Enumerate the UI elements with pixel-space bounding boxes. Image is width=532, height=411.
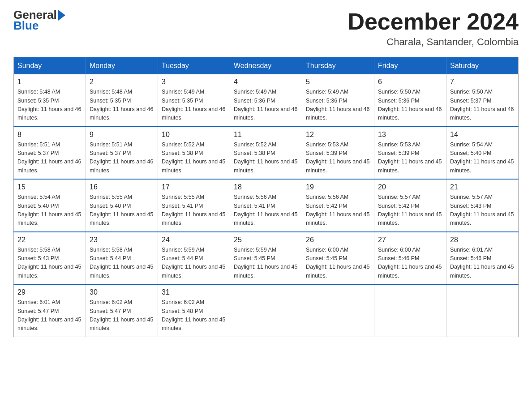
calendar-cell: 6 Sunrise: 5:50 AM Sunset: 5:36 PM Dayli…	[374, 74, 446, 127]
day-info: Sunrise: 5:48 AM Sunset: 5:35 PM Dayligh…	[17, 88, 82, 123]
col-header-thursday: Thursday	[302, 57, 374, 75]
day-number: 23	[90, 236, 154, 244]
day-number: 8	[17, 131, 82, 139]
sunrise-label: Sunrise: 5:54 AM	[450, 141, 493, 148]
day-info: Sunrise: 5:56 AM Sunset: 5:42 PM Dayligh…	[306, 193, 370, 228]
sunset-label: Sunset: 5:36 PM	[234, 98, 275, 104]
day-info: Sunrise: 5:49 AM Sunset: 5:36 PM Dayligh…	[234, 88, 298, 123]
day-info: Sunrise: 5:59 AM Sunset: 5:45 PM Dayligh…	[234, 246, 298, 281]
day-info: Sunrise: 6:01 AM Sunset: 5:47 PM Dayligh…	[17, 298, 82, 333]
day-info: Sunrise: 5:50 AM Sunset: 5:37 PM Dayligh…	[450, 88, 515, 123]
day-number: 20	[378, 183, 442, 191]
sunrise-label: Sunrise: 5:52 AM	[234, 141, 276, 148]
daylight-label: Daylight: 11 hours and 45 minutes.	[306, 211, 369, 226]
day-number: 1	[17, 78, 82, 86]
sunset-label: Sunset: 5:37 PM	[450, 98, 491, 104]
page-header: General Blue December 2024 Charala, Sant…	[13, 9, 519, 48]
logo: General Blue	[13, 9, 65, 31]
calendar-cell: 26 Sunrise: 6:00 AM Sunset: 5:45 PM Dayl…	[302, 232, 374, 285]
sunset-label: Sunset: 5:41 PM	[162, 203, 203, 209]
sunrise-label: Sunrise: 6:00 AM	[378, 247, 420, 253]
calendar-cell: 23 Sunrise: 5:58 AM Sunset: 5:44 PM Dayl…	[86, 232, 158, 285]
daylight-label: Daylight: 11 hours and 45 minutes.	[450, 158, 514, 173]
day-info: Sunrise: 5:51 AM Sunset: 5:37 PM Dayligh…	[17, 141, 82, 176]
calendar-week-row: 8 Sunrise: 5:51 AM Sunset: 5:37 PM Dayli…	[14, 127, 519, 180]
day-info: Sunrise: 5:49 AM Sunset: 5:36 PM Dayligh…	[306, 88, 370, 123]
sunrise-label: Sunrise: 5:49 AM	[234, 89, 276, 95]
day-number: 4	[234, 78, 298, 86]
sunset-label: Sunset: 5:45 PM	[234, 255, 275, 261]
calendar-cell: 13 Sunrise: 5:53 AM Sunset: 5:39 PM Dayl…	[374, 127, 446, 180]
day-number: 12	[306, 131, 370, 139]
daylight-label: Daylight: 11 hours and 45 minutes.	[17, 317, 81, 331]
daylight-label: Daylight: 11 hours and 45 minutes.	[17, 264, 81, 278]
daylight-label: Daylight: 11 hours and 45 minutes.	[162, 317, 225, 331]
sunrise-label: Sunrise: 5:49 AM	[306, 89, 348, 95]
daylight-label: Daylight: 11 hours and 46 minutes.	[234, 106, 297, 121]
sunrise-label: Sunrise: 5:53 AM	[378, 141, 420, 148]
day-info: Sunrise: 5:54 AM Sunset: 5:40 PM Dayligh…	[17, 193, 82, 228]
logo-blue-text: Blue	[13, 20, 65, 31]
sunset-label: Sunset: 5:43 PM	[17, 255, 59, 261]
sunset-label: Sunset: 5:39 PM	[306, 150, 347, 156]
daylight-label: Daylight: 11 hours and 45 minutes.	[450, 211, 514, 226]
sunrise-label: Sunrise: 5:59 AM	[162, 247, 204, 253]
daylight-label: Daylight: 11 hours and 45 minutes.	[90, 264, 153, 278]
sunset-label: Sunset: 5:46 PM	[378, 255, 419, 261]
day-number: 13	[378, 131, 442, 139]
sunrise-label: Sunrise: 5:53 AM	[306, 141, 348, 148]
sunset-label: Sunset: 5:36 PM	[306, 98, 347, 104]
daylight-label: Daylight: 11 hours and 45 minutes.	[450, 264, 514, 278]
daylight-label: Daylight: 11 hours and 46 minutes.	[17, 158, 81, 173]
daylight-label: Daylight: 11 hours and 45 minutes.	[378, 264, 442, 278]
sunset-label: Sunset: 5:40 PM	[17, 203, 59, 209]
day-info: Sunrise: 5:51 AM Sunset: 5:37 PM Dayligh…	[90, 141, 154, 176]
sunset-label: Sunset: 5:47 PM	[17, 308, 59, 314]
calendar-cell: 29 Sunrise: 6:01 AM Sunset: 5:47 PM Dayl…	[14, 284, 86, 337]
day-number: 9	[90, 131, 154, 139]
sunrise-label: Sunrise: 5:56 AM	[306, 194, 348, 200]
col-header-wednesday: Wednesday	[230, 57, 302, 75]
sunrise-label: Sunrise: 5:58 AM	[90, 247, 132, 253]
day-number: 26	[306, 236, 370, 244]
calendar-cell: 22 Sunrise: 5:58 AM Sunset: 5:43 PM Dayl…	[14, 232, 86, 285]
day-number: 10	[162, 131, 226, 139]
calendar-header-row: SundayMondayTuesdayWednesdayThursdayFrid…	[14, 57, 519, 75]
calendar-cell	[374, 284, 446, 337]
daylight-label: Daylight: 11 hours and 46 minutes.	[90, 106, 153, 121]
day-info: Sunrise: 5:52 AM Sunset: 5:38 PM Dayligh…	[162, 141, 226, 176]
sunrise-label: Sunrise: 5:51 AM	[17, 141, 60, 148]
sunrise-label: Sunrise: 5:55 AM	[90, 194, 132, 200]
sunrise-label: Sunrise: 5:48 AM	[90, 89, 132, 95]
calendar-cell: 2 Sunrise: 5:48 AM Sunset: 5:35 PM Dayli…	[86, 74, 158, 127]
logo-arrow-icon	[58, 10, 65, 21]
sunset-label: Sunset: 5:45 PM	[306, 255, 347, 261]
calendar-cell: 7 Sunrise: 5:50 AM Sunset: 5:37 PM Dayli…	[446, 74, 519, 127]
day-info: Sunrise: 5:57 AM Sunset: 5:42 PM Dayligh…	[378, 193, 442, 228]
calendar-cell: 17 Sunrise: 5:55 AM Sunset: 5:41 PM Dayl…	[158, 179, 230, 232]
col-header-friday: Friday	[374, 57, 446, 75]
sunset-label: Sunset: 5:37 PM	[90, 150, 131, 156]
day-info: Sunrise: 5:55 AM Sunset: 5:41 PM Dayligh…	[162, 193, 226, 228]
day-info: Sunrise: 5:48 AM Sunset: 5:35 PM Dayligh…	[90, 88, 154, 123]
day-number: 31	[162, 288, 226, 296]
sunset-label: Sunset: 5:37 PM	[17, 150, 59, 156]
daylight-label: Daylight: 11 hours and 45 minutes.	[306, 264, 369, 278]
daylight-label: Daylight: 11 hours and 46 minutes.	[306, 106, 369, 121]
day-number: 28	[450, 236, 515, 244]
daylight-label: Daylight: 11 hours and 45 minutes.	[234, 264, 297, 278]
day-info: Sunrise: 5:58 AM Sunset: 5:43 PM Dayligh…	[17, 246, 82, 281]
day-info: Sunrise: 5:55 AM Sunset: 5:40 PM Dayligh…	[90, 193, 154, 228]
day-info: Sunrise: 5:57 AM Sunset: 5:43 PM Dayligh…	[450, 193, 515, 228]
sunset-label: Sunset: 5:35 PM	[162, 98, 203, 104]
sunrise-label: Sunrise: 5:50 AM	[378, 89, 420, 95]
month-year-title: December 2024	[348, 9, 519, 34]
day-number: 19	[306, 183, 370, 191]
calendar-cell: 10 Sunrise: 5:52 AM Sunset: 5:38 PM Dayl…	[158, 127, 230, 180]
calendar-week-row: 22 Sunrise: 5:58 AM Sunset: 5:43 PM Dayl…	[14, 232, 519, 285]
day-info: Sunrise: 6:01 AM Sunset: 5:46 PM Dayligh…	[450, 246, 515, 281]
calendar-cell	[302, 284, 374, 337]
calendar-cell: 4 Sunrise: 5:49 AM Sunset: 5:36 PM Dayli…	[230, 74, 302, 127]
calendar-cell: 20 Sunrise: 5:57 AM Sunset: 5:42 PM Dayl…	[374, 179, 446, 232]
sunset-label: Sunset: 5:35 PM	[17, 98, 59, 104]
